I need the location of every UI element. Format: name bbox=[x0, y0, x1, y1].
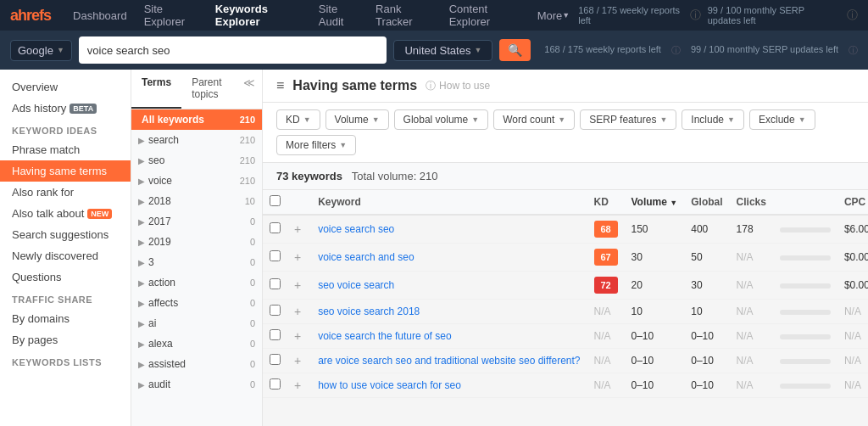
terms-item-label: 3 bbox=[148, 256, 154, 268]
sidebar-item-overview[interactable]: Overview bbox=[0, 76, 131, 98]
clicks-value: N/A bbox=[737, 330, 754, 342]
hamburger-icon[interactable]: ≡ bbox=[276, 78, 284, 93]
global-cell: 50 bbox=[684, 244, 729, 272]
nav-dashboard[interactable]: Dashboard bbox=[64, 0, 136, 31]
row-checkbox[interactable] bbox=[270, 378, 281, 390]
engine-select[interactable]: Google ▼ bbox=[10, 40, 72, 61]
sidebar-item-phrase-match[interactable]: Phrase match bbox=[0, 139, 131, 160]
sidebar-item-also-talk-about[interactable]: Also talk about NEW bbox=[0, 203, 131, 224]
kd-value: N/A bbox=[594, 330, 611, 342]
clicks-value: N/A bbox=[737, 305, 754, 317]
add-keyword-button[interactable]: + bbox=[294, 354, 301, 367]
terms-item-count: 0 bbox=[250, 379, 255, 390]
terms-item-label: alexa bbox=[148, 338, 173, 350]
filter-exclude[interactable]: Exclude ▼ bbox=[749, 109, 815, 130]
nav-rank-tracker[interactable]: Rank Tracker bbox=[367, 0, 441, 31]
nav-content-explorer[interactable]: Content Explorer bbox=[441, 0, 529, 31]
how-to-use-link[interactable]: ⓘ How to use bbox=[426, 79, 490, 93]
col-kd: KD bbox=[587, 190, 625, 215]
search-button[interactable]: 🔍 bbox=[499, 39, 531, 61]
kd-value: N/A bbox=[594, 305, 611, 317]
keyword-count: 73 keywords bbox=[276, 170, 342, 182]
terms-item-count: 0 bbox=[250, 257, 255, 267]
row-checkbox[interactable] bbox=[270, 305, 281, 316]
sidebar-item-by-domains[interactable]: By domains bbox=[0, 308, 131, 329]
terms-item-assisted[interactable]: ▶ assisted 0 bbox=[131, 354, 262, 374]
keyword-link[interactable]: voice search seo bbox=[318, 223, 394, 235]
nav-keywords-explorer[interactable]: Keywords Explorer bbox=[207, 0, 310, 31]
keyword-link[interactable]: seo voice search bbox=[318, 279, 394, 291]
volume-cell: 150 bbox=[625, 215, 685, 244]
filter-include[interactable]: Include ▼ bbox=[682, 109, 744, 130]
filter-more[interactable]: More filters ▼ bbox=[276, 135, 356, 155]
content-header: ≡ Having same terms ⓘ How to use bbox=[263, 70, 868, 103]
sidebar-item-by-pages[interactable]: By pages bbox=[0, 329, 131, 350]
add-keyword-button[interactable]: + bbox=[294, 329, 301, 343]
nav-site-audit[interactable]: Site Audit bbox=[310, 0, 367, 31]
clicks-bar bbox=[780, 310, 831, 315]
row-checkbox[interactable] bbox=[270, 222, 281, 233]
table-area: 73 keywords Total volume: 210 Keyword KD… bbox=[263, 163, 868, 426]
terms-item-seo[interactable]: ▶ seo 210 bbox=[131, 150, 262, 171]
cpc-value: N/A bbox=[844, 305, 861, 317]
terms-item-alexa[interactable]: ▶ alexa 0 bbox=[131, 334, 262, 354]
add-keyword-button[interactable]: + bbox=[294, 222, 301, 236]
arrow-icon: ▶ bbox=[138, 156, 145, 165]
filter-kd[interactable]: KD ▼ bbox=[276, 109, 320, 130]
global-cell: 0–10 bbox=[684, 349, 729, 373]
terms-item-3[interactable]: ▶ 3 0 bbox=[131, 252, 262, 272]
monthly-left: 99 / 100 monthly SERP updates left bbox=[691, 44, 838, 57]
terms-item-all[interactable]: All keywords 210 bbox=[131, 109, 262, 130]
sidebar-item-search-suggestions[interactable]: Search suggestions bbox=[0, 224, 131, 245]
global-cell: 30 bbox=[684, 272, 729, 300]
filter-word-count[interactable]: Word count ▼ bbox=[493, 109, 575, 130]
row-checkbox[interactable] bbox=[270, 250, 281, 261]
sidebar-item-having-same-terms[interactable]: Having same terms bbox=[0, 160, 131, 182]
sidebar-item-newly-discovered[interactable]: Newly discovered bbox=[0, 245, 131, 266]
filter-serp-features[interactable]: SERP features ▼ bbox=[580, 109, 676, 130]
tab-parent-topics[interactable]: Parent topics bbox=[181, 70, 236, 109]
keyword-link[interactable]: how to use voice search for seo bbox=[318, 379, 461, 391]
terms-item-voice[interactable]: ▶ voice 210 bbox=[131, 171, 262, 191]
sidebar-item-ads-history[interactable]: Ads history BETA bbox=[0, 98, 131, 119]
row-checkbox[interactable] bbox=[270, 278, 281, 289]
sidebar-item-also-rank-for[interactable]: Also rank for bbox=[0, 182, 131, 203]
col-volume[interactable]: Volume ▼ bbox=[625, 190, 685, 215]
col-clicks: Clicks bbox=[730, 190, 773, 215]
cpc-value: $6.00 bbox=[844, 223, 868, 235]
terms-item-action[interactable]: ▶ action 0 bbox=[131, 272, 262, 293]
sidebar-item-questions[interactable]: Questions bbox=[0, 266, 131, 288]
filter-volume[interactable]: Volume ▼ bbox=[326, 109, 389, 130]
search-input[interactable] bbox=[87, 44, 379, 57]
terms-item-affects[interactable]: ▶ affects 0 bbox=[131, 293, 262, 313]
col-keyword: Keyword bbox=[311, 190, 587, 215]
row-checkbox[interactable] bbox=[270, 354, 281, 365]
add-keyword-button[interactable]: + bbox=[294, 378, 301, 392]
terms-item-2018[interactable]: ▶ 2018 10 bbox=[131, 191, 262, 211]
cpc-value: N/A bbox=[844, 330, 861, 342]
chevron-icon: ▼ bbox=[339, 141, 347, 149]
terms-item-2017[interactable]: ▶ 2017 0 bbox=[131, 211, 262, 232]
terms-item-audit[interactable]: ▶ audit 0 bbox=[131, 374, 262, 395]
keyword-link[interactable]: voice search and seo bbox=[318, 251, 414, 263]
add-keyword-button[interactable]: + bbox=[294, 278, 301, 292]
collapse-icon[interactable]: ≪ bbox=[236, 70, 262, 109]
keyword-link[interactable]: are voice search seo and traditional web… bbox=[318, 355, 580, 367]
nav-more[interactable]: More ▼ bbox=[529, 0, 579, 31]
filter-global-volume[interactable]: Global volume ▼ bbox=[394, 109, 489, 130]
terms-item-2019[interactable]: ▶ 2019 0 bbox=[131, 232, 262, 252]
keyword-link[interactable]: voice search the future of seo bbox=[318, 330, 451, 342]
add-keyword-button[interactable]: + bbox=[294, 305, 301, 318]
terms-item-ai[interactable]: ▶ ai 0 bbox=[131, 313, 262, 334]
row-checkbox[interactable] bbox=[270, 329, 281, 340]
clicks-value: N/A bbox=[737, 279, 754, 291]
keyword-link[interactable]: seo voice search 2018 bbox=[318, 305, 420, 317]
tab-terms[interactable]: Terms bbox=[131, 70, 181, 109]
add-keyword-button[interactable]: + bbox=[294, 250, 301, 264]
weekly-reports: 168 / 175 weekly reports left bbox=[578, 5, 683, 25]
nav-site-explorer[interactable]: Site Explorer bbox=[136, 0, 207, 31]
country-select[interactable]: United States ▼ bbox=[393, 40, 492, 61]
terms-item-search[interactable]: ▶ search 210 bbox=[131, 130, 262, 150]
select-all-checkbox[interactable] bbox=[270, 195, 281, 206]
terms-item-count: 0 bbox=[250, 216, 255, 227]
